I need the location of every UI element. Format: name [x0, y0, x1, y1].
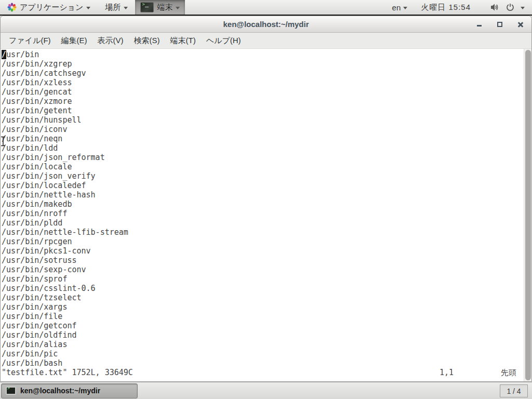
terminal-line: /usr/bin/alias	[2, 340, 523, 349]
scrollbar-thumb[interactable]	[525, 50, 531, 380]
active-app-menu[interactable]: 端末	[135, 0, 185, 15]
terminal-line: /usr/bin/nettle-hash	[2, 190, 523, 200]
close-button[interactable]	[517, 21, 524, 28]
menu-item-2[interactable]: 表示(V)	[92, 34, 129, 48]
terminal-icon	[6, 387, 16, 395]
terminal-line: /usr/bin/sexp-conv	[2, 265, 523, 274]
applications-menu[interactable]: アプリケーション	[0, 0, 98, 15]
terminal-line: /usr/bin/getent	[2, 106, 523, 115]
vim-cursor-position: 1,1	[440, 368, 454, 377]
menu-item-4[interactable]: 端末(T)	[165, 34, 201, 48]
minimize-button[interactable]	[475, 21, 483, 28]
vim-scroll-indicator: 先頭	[501, 368, 516, 377]
clock[interactable]: 火曜日 15:54	[414, 3, 478, 12]
terminal-line: /usr/bin/hunspell	[2, 115, 523, 125]
menu-item-5[interactable]: ヘルプ(H)	[201, 34, 246, 48]
menu-item-0[interactable]: ファイル(F)	[4, 34, 56, 48]
terminal-line: /usr/bin	[2, 50, 523, 59]
window-title: ken@localhost:~/mydir	[223, 20, 309, 29]
terminal-line: /usr/bin/xzless	[2, 78, 523, 87]
terminal-line: /usr/bin/gencat	[2, 87, 523, 97]
power-icon[interactable]	[506, 3, 514, 11]
terminal-line: /usr/bin/xzgrep	[2, 59, 523, 69]
close-icon	[517, 21, 524, 28]
terminal-line: /usr/bin/oldfind	[2, 330, 523, 340]
terminal-text: /usr/bin/usr/bin/xzgrep/usr/bin/catchseg…	[2, 50, 523, 381]
mouse-ibeam-cursor	[1, 136, 6, 147]
menu-item-1[interactable]: 編集(E)	[56, 34, 92, 48]
keyboard-layout-label: en	[392, 3, 401, 12]
terminal-line: /usr/bin/tzselect	[2, 293, 523, 302]
terminal-line: /usr/bin/json_verify	[2, 171, 523, 181]
workspace-switcher[interactable]: 1 / 4	[500, 384, 528, 397]
chevron-down-icon	[403, 7, 407, 9]
maximize-icon	[497, 22, 502, 27]
terminal-content[interactable]: /usr/bin/usr/bin/xzgrep/usr/bin/catchseg…	[1, 49, 531, 381]
terminal-line: /usr/bin/pic	[2, 349, 523, 358]
maximize-button[interactable]	[496, 21, 503, 28]
chevron-down-icon[interactable]	[521, 7, 525, 9]
distro-logo-icon	[7, 3, 17, 12]
chevron-down-icon	[124, 7, 128, 9]
terminal-line: /usr/bin/nettle-lfib-stream	[2, 228, 523, 237]
terminal-line: /usr/bin/sprof	[2, 274, 523, 284]
chevron-down-icon	[176, 7, 180, 9]
terminal-line: /usr/bin/csslint-0.6	[2, 284, 523, 293]
minimize-icon	[477, 25, 482, 26]
terminal-line: /usr/bin/catchsegv	[2, 69, 523, 78]
menu-item-3[interactable]: 検索(S)	[129, 34, 165, 48]
taskbar: ken@localhost:~/mydir 1 / 4	[0, 382, 532, 399]
terminal-line: /usr/bin/bash	[2, 358, 523, 368]
terminal-line: /usr/bin/json_reformat	[2, 153, 523, 162]
terminal-line: /usr/bin/localedef	[2, 181, 523, 190]
menubar: ファイル(F)編集(E)表示(V)検索(S)端末(T)ヘルプ(H)	[1, 33, 531, 49]
terminal-line: /usr/bin/neqn	[2, 134, 523, 143]
terminal-line: /usr/bin/makedb	[2, 200, 523, 209]
vim-status-file-info: "testfile.txt" 1752L, 33649C	[2, 368, 133, 377]
applications-menu-label: アプリケーション	[20, 3, 83, 12]
terminal-line: /usr/bin/iconv	[2, 125, 523, 134]
terminal-line: /usr/bin/pldd	[2, 218, 523, 228]
terminal-line: /usr/bin/xzmore	[2, 97, 523, 106]
taskbar-window-button[interactable]: ken@localhost:~/mydir	[1, 383, 138, 398]
vim-cursor: /	[2, 50, 6, 59]
terminal-line: /usr/bin/pkcs1-conv	[2, 246, 523, 256]
chevron-down-icon	[86, 7, 90, 9]
keyboard-layout-indicator[interactable]: en	[386, 0, 414, 15]
scrollbar[interactable]	[524, 49, 531, 381]
terminal-line: /usr/bin/locale	[2, 162, 523, 171]
places-menu-label: 場所	[105, 3, 121, 12]
top-panel: アプリケーション 場所 端末 en 火曜日 15:54	[0, 0, 532, 16]
volume-icon[interactable]	[490, 3, 500, 11]
titlebar[interactable]: ken@localhost:~/mydir	[1, 16, 531, 33]
terminal-line: /usr/bin/ldd	[2, 143, 523, 153]
terminal-line: /usr/bin/xargs	[2, 302, 523, 312]
terminal-line: /usr/bin/sotruss	[2, 256, 523, 265]
places-menu[interactable]: 場所	[98, 0, 135, 15]
vim-status-line: "testfile.txt" 1752L, 33649C1,1先頭	[2, 368, 523, 377]
taskbar-window-label: ken@localhost:~/mydir	[20, 387, 100, 395]
terminal-window: ken@localhost:~/mydir ファイル(F)編集(E)表示(V)検…	[0, 16, 532, 382]
active-app-menu-label: 端末	[157, 3, 172, 12]
terminal-line: /usr/bin/nroff	[2, 209, 523, 218]
terminal-line: /usr/bin/rpcgen	[2, 237, 523, 246]
terminal-line: /usr/bin/getconf	[2, 321, 523, 330]
terminal-line: /usr/bin/file	[2, 312, 523, 321]
terminal-icon	[140, 2, 154, 12]
